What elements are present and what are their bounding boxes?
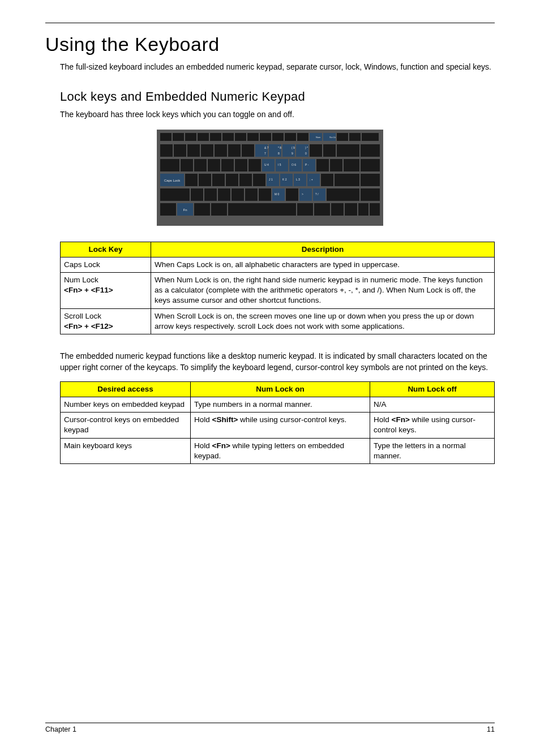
svg-rect-77 — [194, 203, 210, 216]
svg-rect-38 — [235, 159, 247, 171]
svg-rect-81 — [314, 203, 330, 216]
svg-text:Fn: Fn — [183, 208, 187, 212]
key-bold: <Fn> — [212, 441, 230, 450]
text-fragment: Hold — [194, 415, 212, 424]
page-footer: Chapter 1 11 — [45, 723, 495, 733]
svg-rect-84 — [358, 203, 368, 216]
svg-text:( 9: ( 9 — [292, 146, 295, 149]
mid-paragraph: The embedded numeric keypad functions li… — [60, 350, 495, 373]
svg-rect-85 — [370, 203, 380, 216]
svg-rect-44 — [316, 159, 329, 171]
text-fragment: while using cursor-control keys. — [238, 415, 346, 424]
cell-desc: When Caps Lock is on, all alphabetic cha… — [151, 257, 495, 272]
table-row: Cursor-control keys on embedded keypad H… — [61, 413, 495, 438]
svg-rect-50 — [199, 174, 211, 186]
table-row: Num Lock <Fn> + <F11> When Num Lock is o… — [61, 273, 495, 309]
svg-rect-68 — [259, 188, 271, 201]
svg-rect-34 — [181, 159, 193, 171]
cell-desc: When Num Lock is on, the right hand side… — [151, 273, 495, 309]
lockkey-name: Num Lock — [64, 276, 98, 284]
svg-rect-63 — [191, 188, 203, 201]
intro-paragraph: The full-sized keyboard includes an embe… — [60, 61, 495, 72]
svg-text:& 7: & 7 — [264, 146, 269, 149]
text-fragment: Hold — [194, 441, 212, 450]
svg-rect-18 — [160, 144, 173, 157]
svg-rect-52 — [226, 174, 238, 186]
svg-rect-35 — [194, 159, 207, 171]
svg-rect-33 — [160, 159, 179, 171]
svg-rect-36 — [208, 159, 220, 171]
svg-rect-17 — [362, 133, 379, 141]
table-header-row: Lock Key Description — [61, 242, 495, 257]
svg-text:; +: ; + — [310, 178, 313, 181]
cell-on: Hold <Fn> while typing letters on embedd… — [191, 438, 370, 463]
svg-rect-23 — [228, 144, 241, 157]
svg-rect-1 — [160, 133, 172, 141]
svg-rect-37 — [221, 159, 234, 171]
svg-rect-46 — [344, 159, 359, 171]
cell-lockkey: Caps Lock — [61, 257, 151, 272]
svg-rect-59 — [321, 174, 333, 186]
svg-text:7: 7 — [264, 152, 266, 155]
text-fragment: Hold — [374, 415, 392, 424]
key-bold: <Fn> — [392, 415, 410, 424]
svg-text:K 2: K 2 — [282, 178, 287, 181]
svg-text:9: 9 — [292, 152, 293, 155]
svg-rect-62 — [160, 188, 190, 201]
svg-rect-22 — [215, 144, 227, 157]
section-text-lockkeys: The keyboard has three lock keys which y… — [60, 109, 495, 120]
svg-text:8: 8 — [278, 152, 280, 155]
svg-rect-29 — [310, 144, 322, 157]
svg-rect-31 — [337, 144, 359, 157]
svg-rect-75 — [160, 203, 176, 216]
svg-text:* 8: * 8 — [278, 146, 281, 149]
svg-rect-21 — [201, 144, 213, 157]
lockkey-combo: <Fn> + <F11> — [64, 286, 113, 294]
svg-text:M 0: M 0 — [275, 192, 280, 196]
section-heading-lockkeys: Lock keys and Embedded Numeric Keypad — [60, 89, 495, 104]
th-numlockoff: Num Lock off — [370, 381, 495, 397]
cell-access: Number keys on embedded keypad — [61, 397, 191, 412]
svg-rect-53 — [239, 174, 252, 186]
svg-rect-66 — [232, 188, 244, 201]
svg-text:O 6: O 6 — [292, 163, 296, 166]
svg-rect-12 — [297, 133, 308, 141]
table-row: Caps Lock When Caps Lock is on, all alph… — [61, 257, 495, 272]
cell-off: N/A — [370, 397, 495, 412]
svg-text:>: > — [302, 192, 303, 196]
svg-rect-49 — [185, 174, 198, 186]
svg-rect-60 — [335, 174, 359, 186]
lock-keys-table: Lock Key Description Caps Lock When Caps… — [60, 242, 495, 335]
svg-text:0: 0 — [305, 152, 307, 155]
svg-text:Num: Num — [316, 136, 321, 139]
svg-rect-73 — [327, 188, 359, 201]
svg-text:I 5: I 5 — [278, 163, 281, 166]
footer-rule — [45, 723, 495, 723]
svg-rect-20 — [187, 144, 200, 157]
svg-rect-24 — [242, 144, 254, 157]
cell-off: Hold <Fn> while using cursor-control key… — [370, 413, 495, 438]
th-lockkey: Lock Key — [61, 242, 151, 257]
svg-text:P -: P - — [305, 163, 309, 166]
svg-text:? /: ? / — [315, 192, 319, 196]
svg-rect-51 — [212, 174, 225, 186]
table-header-row: Desired access Num Lock on Num Lock off — [61, 381, 495, 397]
svg-rect-47 — [361, 159, 380, 171]
svg-rect-70 — [286, 188, 298, 201]
svg-rect-16 — [349, 133, 361, 141]
cell-on: Hold <Shift> while using cursor-control … — [191, 413, 370, 438]
svg-rect-19 — [174, 144, 186, 157]
svg-rect-30 — [323, 144, 336, 157]
lockkey-name: Scroll Lock — [64, 312, 101, 320]
svg-text:L 3: L 3 — [296, 178, 300, 181]
page-title: Using the Keyboard — [45, 33, 495, 55]
cell-lockkey: Scroll Lock <Fn> + <F12> — [61, 308, 151, 334]
th-access: Desired access — [61, 381, 191, 397]
cell-off: Type the letters in a normal manner. — [370, 438, 495, 463]
svg-rect-67 — [245, 188, 258, 201]
svg-rect-39 — [248, 159, 261, 171]
svg-rect-78 — [211, 203, 227, 216]
svg-text:) *: ) * — [305, 146, 308, 149]
cell-access: Cursor-control keys on embedded keypad — [61, 413, 191, 438]
cell-on: Type numbers in a normal manner. — [191, 397, 370, 412]
